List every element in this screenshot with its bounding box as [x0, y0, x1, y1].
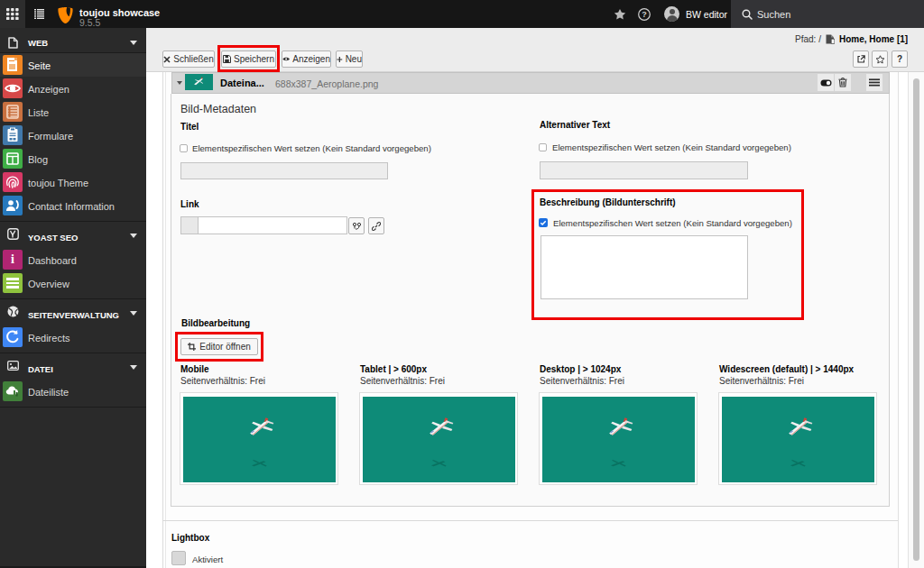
- svg-text:?: ?: [642, 10, 647, 19]
